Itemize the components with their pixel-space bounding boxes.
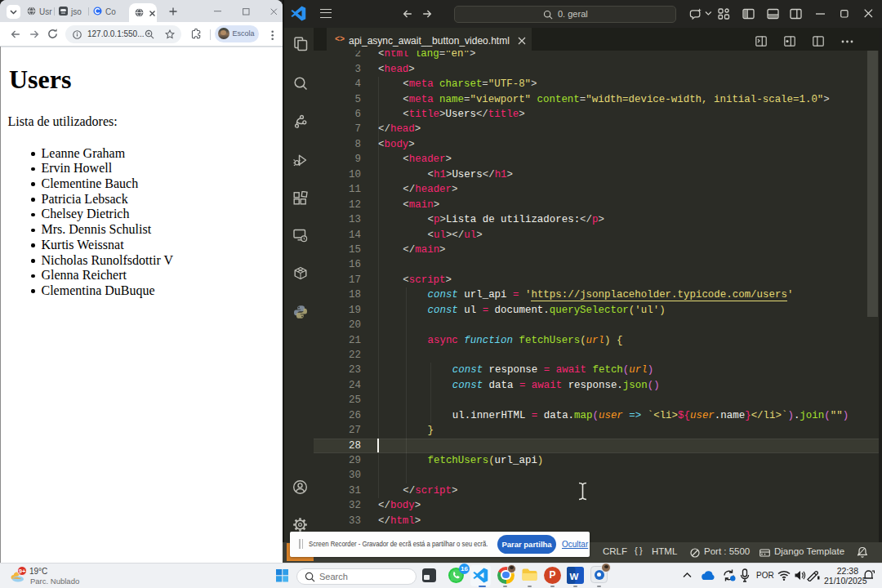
svg-text:W: W [570, 571, 579, 581]
